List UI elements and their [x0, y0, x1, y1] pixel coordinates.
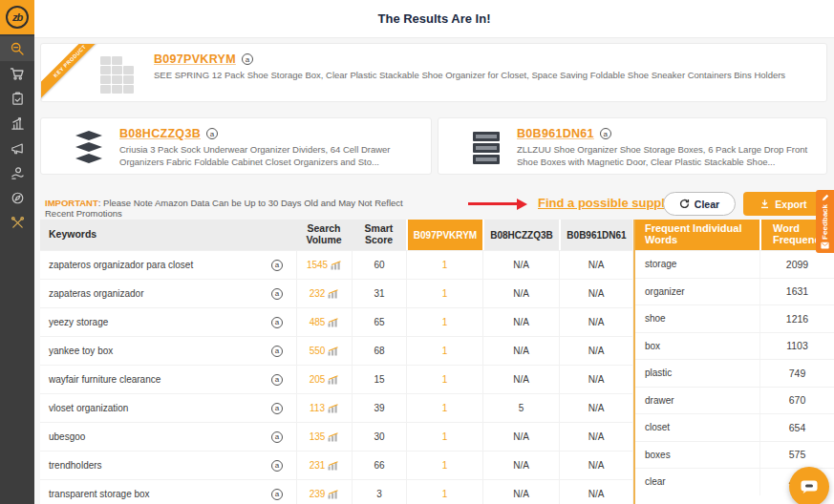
- col-header-search-volume[interactable]: Search Volume: [296, 220, 352, 250]
- amazon-link-icon[interactable]: a: [206, 128, 218, 139]
- trend-history-icon[interactable]: [328, 375, 339, 385]
- asin2-rank-value: N/A: [482, 251, 559, 279]
- logo-mark: zb: [6, 6, 29, 29]
- pencil-icon: [822, 194, 829, 201]
- key-product-card: KEY PRODUCT B097PVKRYM a SEE SPRING 12 P…: [40, 43, 827, 102]
- app-logo[interactable]: zb: [0, 0, 34, 34]
- find-supplier-link[interactable]: Find a possible supplier: [538, 196, 680, 210]
- feedback-tab[interactable]: Feedback: [816, 190, 834, 253]
- asin3-rank-value: N/A: [559, 394, 632, 422]
- asin1-rank-value: 1: [406, 366, 482, 393]
- word-frequency-value: 1631: [759, 279, 834, 305]
- keyword-results-table: Keywords Search Volume Smart Score B097P…: [40, 220, 632, 504]
- amazon-link-icon[interactable]: a: [271, 403, 283, 414]
- table-row: box 1103: [635, 332, 834, 360]
- asin2-rank-value: N/A: [482, 280, 559, 307]
- asin1-rank-value: 1: [406, 452, 482, 479]
- search-volume-value: 485: [310, 317, 326, 327]
- word-frequency-value: 575: [759, 442, 834, 469]
- amazon-link-icon[interactable]: a: [271, 260, 283, 271]
- amazon-link-icon[interactable]: a: [271, 374, 283, 386]
- sidebar-item-analytics[interactable]: [0, 111, 34, 136]
- sidebar-item-promotions[interactable]: [0, 136, 34, 160]
- word-text: closet: [635, 414, 759, 441]
- table-row: vloset organization a 113 39 1 5 N/A: [40, 393, 632, 422]
- amazon-link-icon[interactable]: a: [271, 431, 283, 443]
- asin-link[interactable]: B08HCZZQ3B: [119, 127, 201, 140]
- trend-history-icon[interactable]: [328, 289, 339, 299]
- trend-history-icon[interactable]: [328, 404, 339, 413]
- table-row: zapateros organizador para closet a 1545…: [40, 250, 632, 279]
- trend-history-icon[interactable]: [331, 261, 342, 270]
- page-title: The Results Are In!: [378, 11, 491, 26]
- word-table-header: Frequent Individual Words Word Frequency: [635, 220, 834, 250]
- refresh-icon: [679, 199, 690, 209]
- col-header-keywords[interactable]: Keywords: [40, 220, 296, 250]
- megaphone-icon: [11, 141, 25, 156]
- word-frequency-table: Frequent Individual Words Word Frequency…: [633, 220, 834, 504]
- compass-icon: [11, 191, 25, 205]
- word-text: drawer: [635, 388, 759, 414]
- hand-coin-icon: [11, 166, 25, 180]
- smart-score-value: 65: [352, 308, 406, 336]
- download-icon: [759, 199, 770, 209]
- cart-icon: [10, 66, 25, 81]
- table-row: transparent storage box a 239 3 1 N/A N/…: [40, 479, 632, 504]
- amazon-link-icon[interactable]: a: [271, 317, 283, 328]
- smart-score-value: 39: [352, 394, 406, 422]
- amazon-link-icon[interactable]: a: [271, 460, 283, 472]
- amazon-link-icon[interactable]: a: [271, 489, 283, 500]
- keyword-text: transparent storage box: [49, 489, 150, 499]
- red-arrow-annotation: [468, 202, 518, 205]
- asin-link[interactable]: B097PVKRYM: [154, 52, 236, 66]
- envelope-icon: [821, 242, 829, 249]
- chat-widget-button[interactable]: [789, 467, 829, 504]
- tools-icon: [11, 216, 25, 230]
- amazon-link-icon[interactable]: a: [271, 288, 283, 300]
- table-row: zapateras organizador a 232 31 1 N/A N/A: [40, 279, 632, 307]
- sidebar-item-launch[interactable]: [0, 185, 34, 210]
- table-row: yankee toy box a 550 68 1 N/A N/A: [40, 336, 632, 365]
- col-header-asin2[interactable]: B08HCZZQ3B: [482, 220, 559, 250]
- table-row: plastic 749: [635, 359, 834, 387]
- clear-label: Clear: [695, 199, 719, 210]
- smart-score-value: 68: [352, 337, 406, 365]
- col-header-smart-score[interactable]: Smart Score: [352, 220, 406, 250]
- word-text: storage: [635, 251, 759, 278]
- sidebar-item-keyword-research[interactable]: [0, 36, 34, 61]
- trend-history-icon[interactable]: [328, 490, 339, 499]
- asin-link[interactable]: B0B961DN61: [517, 127, 594, 140]
- export-button[interactable]: Export: [743, 192, 823, 216]
- table-row: yeezy storage a 485 65 1 N/A N/A: [40, 307, 632, 336]
- trend-history-icon[interactable]: [328, 346, 339, 356]
- clipboard-check-icon: [11, 92, 25, 106]
- sidebar-item-tools[interactable]: [0, 210, 34, 235]
- amazon-link-icon[interactable]: a: [242, 53, 253, 65]
- clear-button[interactable]: Clear: [663, 192, 736, 216]
- asin3-rank-value: N/A: [559, 423, 632, 451]
- sidebar-item-products[interactable]: [0, 61, 34, 86]
- sidebar-item-sales[interactable]: [0, 160, 34, 185]
- sidebar-item-listings[interactable]: [0, 86, 34, 111]
- asin3-rank-value: N/A: [559, 480, 632, 504]
- feedback-label: Feedback: [821, 204, 829, 240]
- search-volume-value: 135: [310, 431, 326, 442]
- asin3-rank-value: N/A: [559, 452, 632, 479]
- trend-history-icon[interactable]: [328, 318, 339, 327]
- amazon-link-icon[interactable]: a: [271, 346, 283, 357]
- amazon-link-icon[interactable]: a: [600, 128, 611, 139]
- chart-icon: [11, 116, 25, 131]
- word-frequency-value: 654: [759, 414, 834, 441]
- keyword-text: zapateras organizador: [49, 288, 144, 299]
- col-header-asin1[interactable]: B097PVKRYM: [406, 220, 482, 250]
- trend-history-icon[interactable]: [328, 461, 339, 471]
- search-volume-value: 113: [310, 403, 325, 413]
- search-volume-value: 231: [310, 460, 326, 471]
- trend-history-icon[interactable]: [328, 432, 339, 442]
- smart-score-value: 3: [352, 480, 406, 504]
- keyword-text: ubesgoo: [49, 431, 85, 442]
- product-title: Criusia 3 Pack Sock Underwear Organizer …: [119, 144, 421, 169]
- table-row: boxes 575: [635, 441, 834, 469]
- col-header-asin3[interactable]: B0B961DN61: [559, 220, 632, 250]
- asin1-rank-value: 1: [406, 480, 482, 504]
